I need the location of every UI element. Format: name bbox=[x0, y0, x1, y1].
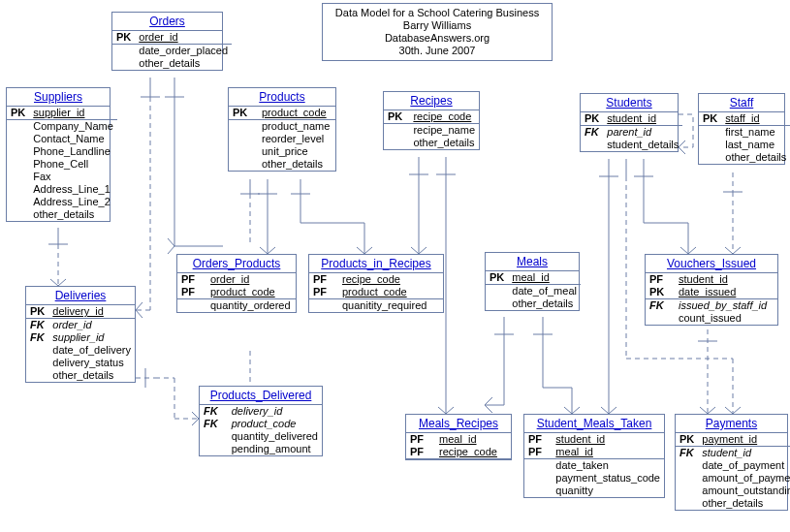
entity-products-in-recipes: Products_in_Recipes PFrecipe_codePFprodu… bbox=[308, 254, 444, 313]
attr-key: PK bbox=[26, 305, 48, 318]
attr-key bbox=[524, 472, 552, 485]
attr-key bbox=[384, 124, 409, 138]
svg-line-64 bbox=[725, 407, 733, 414]
attr-name: product_code bbox=[206, 286, 296, 298]
attr-name: other_details bbox=[698, 497, 790, 510]
svg-line-73 bbox=[50, 279, 58, 286]
attr-name: supplier_id bbox=[48, 331, 135, 344]
attr-name: date_order_placed bbox=[135, 45, 232, 58]
svg-line-45 bbox=[609, 407, 616, 414]
attr-key: PK bbox=[676, 433, 698, 446]
svg-line-52 bbox=[688, 247, 696, 254]
attr-name: delivery_id bbox=[228, 405, 322, 418]
attr-key: PF bbox=[177, 273, 206, 286]
attr-key bbox=[112, 57, 135, 70]
title-line-1: Data Model for a School Catering Busines… bbox=[332, 7, 542, 19]
svg-line-21 bbox=[411, 247, 419, 254]
attr-key bbox=[524, 485, 552, 497]
title-line-2: Barry Williams bbox=[332, 19, 542, 32]
entity-attrs: PFstudent_idPKdate_issuedFKissued_by_sta… bbox=[646, 273, 777, 325]
attr-name: Phone_Cell bbox=[29, 158, 117, 171]
attr-key bbox=[676, 497, 698, 510]
attr-key bbox=[676, 472, 698, 485]
attr-name: Phone_Landline bbox=[29, 145, 117, 158]
svg-line-32 bbox=[485, 397, 492, 405]
attr-name: product_code bbox=[338, 286, 443, 298]
svg-line-26 bbox=[438, 407, 446, 414]
attr-name: delivery_status bbox=[48, 357, 135, 369]
svg-line-16 bbox=[357, 247, 364, 254]
svg-line-40 bbox=[572, 407, 580, 414]
attr-name: product_code bbox=[258, 107, 335, 119]
attr-name: payment_id bbox=[698, 433, 790, 446]
attr-name: order_id bbox=[135, 31, 232, 44]
attr-key bbox=[200, 443, 228, 455]
svg-line-65 bbox=[733, 407, 741, 414]
entity-title: Vouchers_Issued bbox=[646, 255, 777, 273]
attr-key bbox=[229, 133, 258, 145]
attr-name: unit_price bbox=[258, 145, 335, 158]
attr-name: Address_Line_2 bbox=[29, 196, 117, 208]
attr-name: student_id bbox=[675, 273, 777, 286]
attr-key: FK bbox=[646, 299, 675, 313]
attr-key bbox=[486, 285, 508, 298]
attr-name: recipe_name bbox=[409, 124, 479, 138]
attr-name: delivery_id bbox=[48, 305, 135, 318]
entity-meals-recipes: Meals_Recipes PFmeal_idPFrecipe_code bbox=[405, 414, 512, 460]
attr-key bbox=[7, 158, 29, 171]
entity-title: Meals_Recipes bbox=[406, 415, 511, 433]
attr-name: quanitity_required bbox=[338, 299, 443, 313]
entity-title: Staff bbox=[699, 94, 784, 112]
entity-students: Students PKstudent_idFKparent_idstudent_… bbox=[580, 93, 679, 152]
svg-line-57 bbox=[733, 247, 741, 254]
entity-title: Products_Delivered bbox=[200, 387, 322, 405]
entity-products-delivered: Products_Delivered FKdelivery_idFKproduc… bbox=[199, 386, 323, 456]
er-diagram-canvas: Data Model for a School Catering Busines… bbox=[0, 0, 790, 532]
title-line-4: 30th. June 2007 bbox=[332, 45, 542, 57]
attr-name: count_issued bbox=[675, 312, 777, 325]
entity-staff: Staff PKstaff_idfirst_namelast_nameother… bbox=[698, 93, 785, 165]
attr-key: PF bbox=[524, 446, 552, 458]
attr-name: meal_id bbox=[508, 271, 581, 284]
attr-name: date_of_payment bbox=[698, 459, 790, 472]
entity-attrs: PKproduct_codeproduct_namereorder_levelu… bbox=[229, 107, 335, 171]
attr-key bbox=[7, 208, 29, 221]
entity-attrs: PKpayment_idFKstudent_iddate_of_paymenta… bbox=[676, 433, 790, 510]
attr-name: meal_id bbox=[435, 433, 511, 446]
entity-title: Orders_Products bbox=[177, 255, 296, 273]
entity-title: Products bbox=[229, 88, 335, 107]
svg-line-9 bbox=[260, 247, 268, 254]
attr-name: product_name bbox=[258, 120, 335, 134]
attr-key bbox=[676, 485, 698, 497]
attr-key bbox=[177, 299, 206, 313]
svg-line-22 bbox=[419, 247, 427, 254]
attr-key: FK bbox=[581, 126, 603, 140]
diagram-title-box: Data Model for a School Catering Busines… bbox=[322, 3, 553, 61]
attr-name: date_of_meal bbox=[508, 285, 581, 298]
attr-key bbox=[229, 158, 258, 171]
svg-line-79 bbox=[136, 302, 142, 310]
attr-key bbox=[26, 369, 48, 382]
entity-attrs: PFmeal_idPFrecipe_code bbox=[406, 433, 511, 459]
attr-name: Address_Line_1 bbox=[29, 183, 117, 196]
svg-line-5 bbox=[168, 246, 174, 254]
svg-line-27 bbox=[446, 407, 454, 414]
svg-line-17 bbox=[364, 247, 372, 254]
attr-name: order_id bbox=[48, 319, 135, 332]
attr-name: recipe_code bbox=[338, 273, 443, 286]
entity-attrs: PKstaff_idfirst_namelast_nameother_detai… bbox=[699, 112, 790, 164]
svg-line-74 bbox=[58, 279, 66, 286]
entity-attrs: PKmeal_iddate_of_mealother_details bbox=[486, 271, 581, 310]
attr-key bbox=[699, 139, 721, 151]
entity-attrs: FKdelivery_idFKproduct_codequantity_deli… bbox=[200, 405, 322, 455]
attr-name: date_issued bbox=[675, 286, 777, 298]
attr-name: student_details bbox=[603, 139, 682, 151]
attr-key bbox=[486, 297, 508, 310]
attr-key: PF bbox=[406, 433, 435, 446]
attr-key: PK bbox=[646, 286, 675, 298]
entity-title: Recipes bbox=[384, 92, 479, 110]
entity-deliveries: Deliveries PKdelivery_idFKorder_idFKsupp… bbox=[25, 286, 136, 383]
entity-products: Products PKproduct_codeproduct_namereord… bbox=[228, 87, 336, 172]
svg-line-4 bbox=[168, 238, 174, 246]
attr-key: PK bbox=[699, 112, 721, 125]
